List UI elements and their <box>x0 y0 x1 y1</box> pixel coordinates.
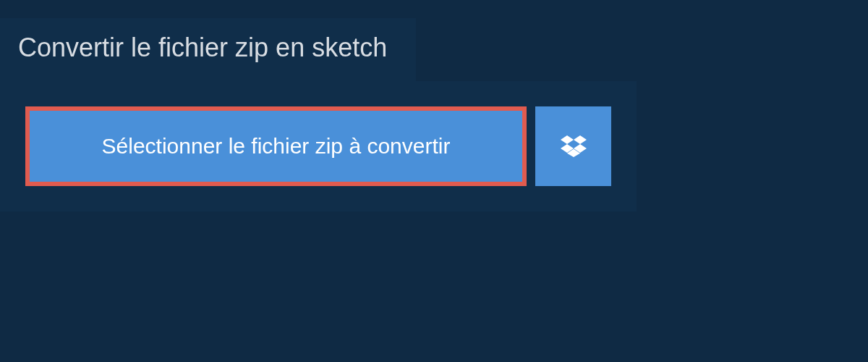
converter-container: Convertir le fichier zip en sketch Sélec… <box>0 0 868 211</box>
title-wrapper: Convertir le fichier zip en sketch <box>0 18 416 81</box>
page-title: Convertir le fichier zip en sketch <box>18 33 387 63</box>
upload-panel: Sélectionner le fichier zip à convertir <box>0 81 637 211</box>
upload-row: Sélectionner le fichier zip à convertir <box>25 106 611 186</box>
select-file-button[interactable]: Sélectionner le fichier zip à convertir <box>25 106 527 186</box>
dropbox-icon <box>561 133 587 159</box>
dropbox-button[interactable] <box>535 106 611 186</box>
